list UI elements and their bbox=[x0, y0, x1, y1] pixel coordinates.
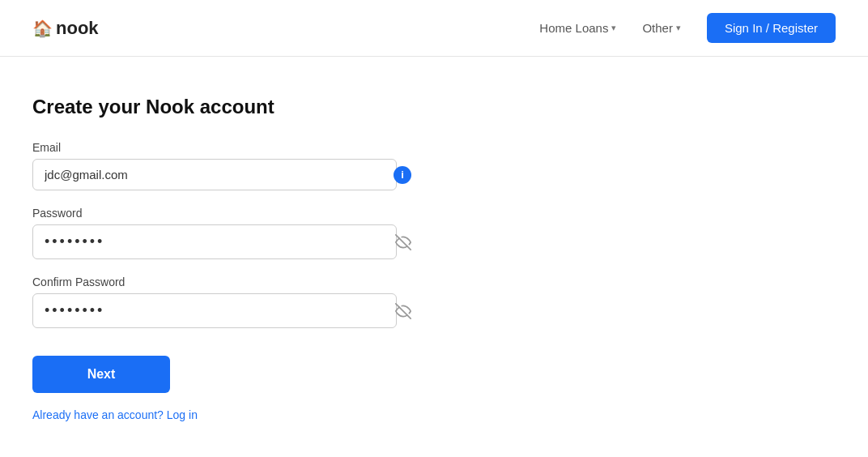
eye-toggle-icon[interactable] bbox=[395, 234, 411, 250]
eye-off-icon bbox=[395, 303, 411, 319]
login-link[interactable]: Already have an account? Log in bbox=[32, 408, 198, 421]
page-title: Create your Nook account bbox=[32, 96, 421, 118]
logo-text: nook bbox=[56, 18, 99, 39]
email-group: Email i bbox=[32, 141, 421, 190]
password-input[interactable] bbox=[32, 224, 397, 259]
nav-home-loans[interactable]: Home Loans ▾ bbox=[530, 15, 626, 41]
email-label: Email bbox=[32, 141, 421, 154]
login-link-wrapper: Already have an account? Log in bbox=[32, 408, 421, 422]
signin-button[interactable]: Sign In / Register bbox=[707, 13, 836, 43]
navbar: 🏠 nook Home Loans ▾ Other ▾ Sign In / Re… bbox=[0, 0, 868, 57]
nav-right: Home Loans ▾ Other ▾ Sign In / Register bbox=[530, 13, 836, 43]
email-input[interactable] bbox=[32, 159, 397, 190]
confirm-password-group: Confirm Password bbox=[32, 275, 421, 328]
nav-other[interactable]: Other ▾ bbox=[632, 15, 691, 41]
home-icon: 🏠 bbox=[32, 19, 53, 38]
chevron-down-icon: ▾ bbox=[611, 23, 616, 33]
info-icon: i bbox=[394, 166, 411, 184]
logo[interactable]: 🏠 nook bbox=[32, 18, 99, 39]
info-icon-wrapper[interactable]: i bbox=[394, 166, 411, 184]
password-label: Password bbox=[32, 207, 421, 220]
password-input-wrapper bbox=[32, 224, 421, 259]
confirm-eye-toggle-icon[interactable] bbox=[395, 303, 411, 319]
email-input-wrapper: i bbox=[32, 159, 421, 190]
other-label: Other bbox=[642, 21, 673, 35]
confirm-password-label: Confirm Password bbox=[32, 275, 421, 288]
confirm-password-input-wrapper bbox=[32, 293, 421, 328]
chevron-down-icon: ▾ bbox=[676, 23, 681, 33]
home-loans-label: Home Loans bbox=[539, 21, 608, 35]
password-group: Password bbox=[32, 207, 421, 259]
main-content: Create your Nook account Email i Passwor… bbox=[0, 57, 453, 457]
eye-off-icon bbox=[395, 234, 411, 250]
confirm-password-input[interactable] bbox=[32, 293, 397, 328]
next-button[interactable]: Next bbox=[32, 356, 170, 393]
